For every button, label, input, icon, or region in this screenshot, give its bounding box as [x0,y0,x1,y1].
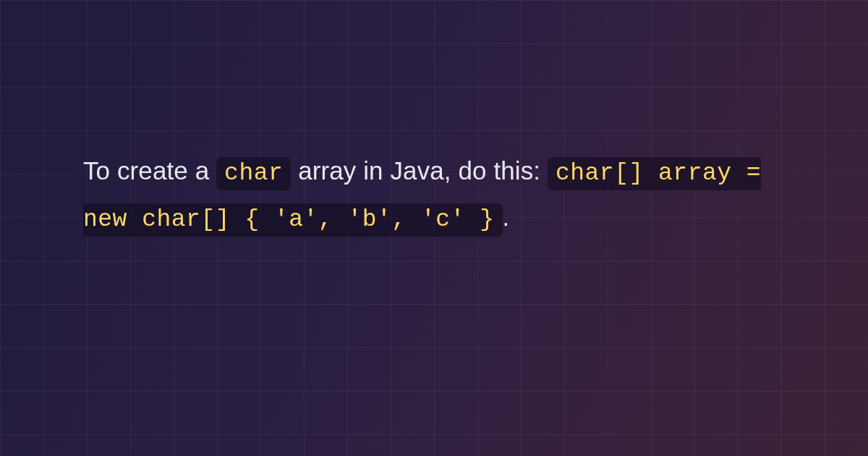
inline-code-char: char [216,157,291,190]
text-part-2: array in Java, do this: [291,156,548,185]
text-part-1: To create a [83,156,216,185]
text-part-3: . [503,203,510,231]
instruction-text: To create a char array in Java, do this:… [83,148,785,241]
